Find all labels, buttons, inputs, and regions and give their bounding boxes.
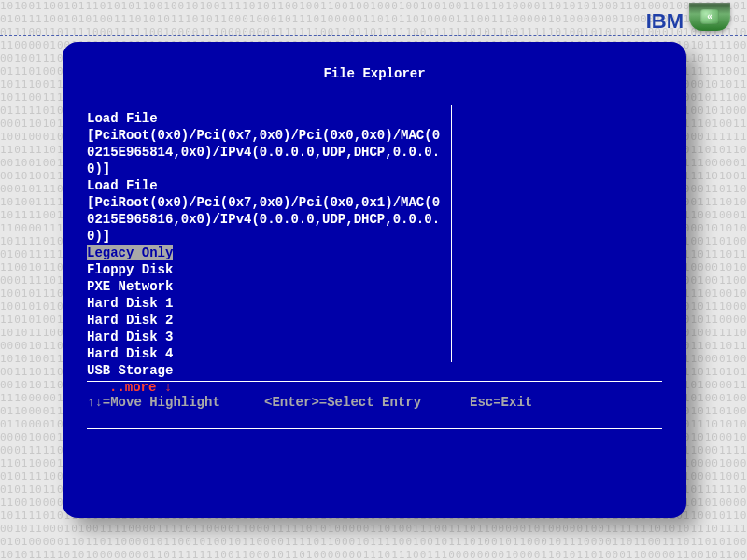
- menu-item-hard-disk-4[interactable]: Hard Disk 4: [87, 345, 442, 362]
- bios-window: File Explorer Load File [PciRoot(0x0)/Pc…: [63, 42, 686, 518]
- menu-item-legacy-only[interactable]: Legacy Only: [87, 245, 442, 261]
- menu-list[interactable]: Load File [PciRoot(0x0)/Pci(0x7,0x0)/Pci…: [87, 110, 451, 381]
- power-button[interactable]: «: [689, 3, 730, 31]
- menu-item-hard-disk-1[interactable]: Hard Disk 1: [87, 295, 442, 312]
- menu-item-floppy-disk[interactable]: Floppy Disk: [87, 261, 442, 278]
- menu-item-pxe-network[interactable]: PXE Network: [87, 278, 442, 295]
- menu-item-load-file-2[interactable]: Load File [PciRoot(0x0)/Pci(0x7,0x0)/Pci…: [87, 177, 442, 245]
- menu-item-hard-disk-3[interactable]: Hard Disk 3: [87, 329, 442, 345]
- detail-column: [452, 110, 662, 381]
- rewind-icon: «: [700, 9, 719, 24]
- more-indicator[interactable]: ..more ↓: [87, 379, 442, 396]
- menu-item-usb-storage[interactable]: USB Storage: [87, 362, 442, 379]
- help-move-highlight: ↑↓=Move Highlight: [87, 395, 264, 410]
- help-select-entry: <Enter>=Select Entry: [264, 395, 470, 410]
- header-divider: [0, 35, 747, 36]
- help-exit: Esc=Exit: [470, 395, 662, 410]
- content-area: Load File [PciRoot(0x0)/Pci(0x7,0x0)/Pci…: [87, 91, 662, 381]
- menu-item-hard-disk-2[interactable]: Hard Disk 2: [87, 312, 442, 329]
- window-title: File Explorer: [87, 59, 662, 91]
- menu-item-load-file-1[interactable]: Load File [PciRoot(0x0)/Pci(0x7,0x0)/Pci…: [87, 110, 442, 177]
- logo-area: IBM «: [646, 9, 730, 34]
- ibm-logo: IBM: [646, 9, 684, 34]
- footer-divider-bottom: [87, 428, 662, 429]
